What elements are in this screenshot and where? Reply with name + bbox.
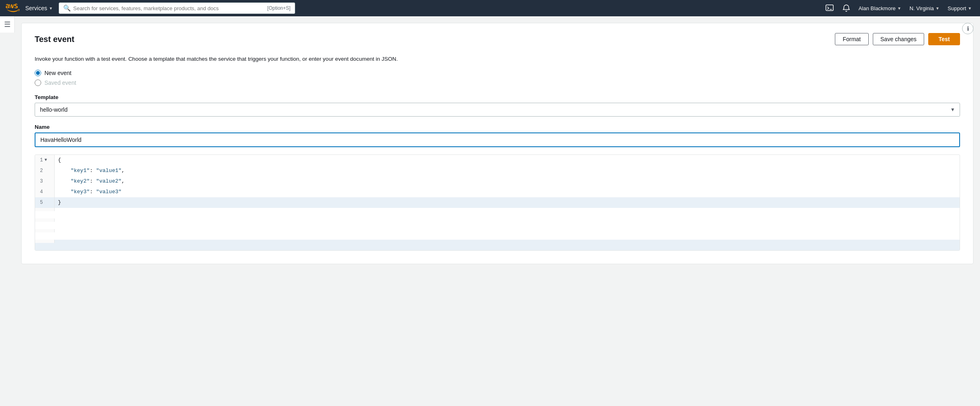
code-line-2: 2 "key1": "value1",: [35, 165, 960, 176]
user-chevron: ▼: [897, 6, 901, 11]
support-chevron: ▼: [968, 6, 972, 11]
line-number-empty: [35, 208, 55, 211]
region-menu[interactable]: N. Virginia ▼: [906, 0, 943, 16]
user-name: Alan Blackmore: [859, 5, 896, 11]
card-header: Test event Format Save changes Test: [35, 33, 960, 45]
support-label: Support: [948, 5, 967, 11]
new-event-radio[interactable]: [35, 70, 41, 76]
saved-event-radio[interactable]: [35, 79, 41, 86]
bell-button[interactable]: [839, 0, 854, 16]
line-number-4: 4: [35, 187, 55, 197]
search-icon: 🔍: [63, 4, 71, 12]
top-navigation: Services ▼ 🔍 [Option+S] Alan Blackmore ▼…: [0, 0, 980, 16]
services-label: Services: [25, 5, 47, 11]
info-icon[interactable]: ℹ: [962, 23, 973, 34]
description-text: Invoke your function with a test event. …: [35, 55, 960, 63]
code-content-4: "key3": "value3": [55, 187, 125, 197]
code-line-1: 1 ▼ {: [35, 155, 960, 165]
line-number-3: 3: [35, 176, 55, 187]
services-menu[interactable]: Services ▼: [23, 5, 55, 11]
page-title: Test event: [35, 35, 74, 44]
code-line-empty-1: [35, 208, 960, 218]
template-select-wrapper: hello-world ▼: [35, 103, 960, 117]
header-actions: Format Save changes Test: [835, 33, 960, 45]
name-label: Name: [35, 124, 960, 130]
code-content-3: "key2": "value2",: [55, 176, 128, 187]
code-line-empty-2: [35, 218, 960, 229]
global-search[interactable]: 🔍 [Option+S]: [59, 2, 295, 14]
save-changes-button[interactable]: Save changes: [873, 33, 925, 45]
aws-logo[interactable]: [5, 1, 20, 15]
code-line-4: 4 "key3": "value3": [35, 187, 960, 197]
code-editor[interactable]: 1 ▼ { 2 "key1": "value1", 3 "key2": "val…: [35, 154, 960, 251]
services-chevron: ▼: [49, 6, 53, 11]
test-button[interactable]: Test: [928, 33, 960, 45]
new-event-option[interactable]: New event: [35, 70, 960, 76]
search-input[interactable]: [73, 5, 265, 11]
code-content-5: }: [55, 197, 64, 208]
code-content-1: {: [55, 155, 64, 165]
support-menu[interactable]: Support ▼: [945, 0, 975, 16]
code-content-empty: [55, 208, 61, 211]
template-select[interactable]: hello-world: [35, 103, 960, 117]
code-line-empty-3: [35, 229, 960, 240]
code-content-2: "key1": "value1",: [55, 165, 128, 176]
main-content: Test event Format Save changes Test Invo…: [15, 23, 980, 406]
saved-event-option[interactable]: Saved event: [35, 79, 960, 86]
saved-event-label: Saved event: [44, 79, 76, 86]
user-menu[interactable]: Alan Blackmore ▼: [855, 0, 905, 16]
search-shortcut: [Option+S]: [267, 5, 291, 11]
line-number-2: 2: [35, 165, 55, 176]
sidebar-toggle[interactable]: ☰: [0, 16, 15, 33]
code-line-5: 5 }: [35, 197, 960, 208]
event-type-radio-group: New event Saved event: [35, 70, 960, 86]
hamburger-icon: ☰: [4, 20, 11, 29]
fold-arrow-1[interactable]: ▼: [44, 157, 47, 164]
region-chevron: ▼: [936, 6, 940, 11]
region-label: N. Virginia: [909, 5, 934, 11]
template-label: Template: [35, 94, 960, 100]
format-button[interactable]: Format: [835, 33, 868, 45]
line-number-1: 1 ▼: [35, 155, 55, 165]
nav-right-actions: Alan Blackmore ▼ N. Virginia ▼ Support ▼: [822, 0, 975, 16]
line-number-5: 5: [35, 197, 55, 208]
test-event-card: Test event Format Save changes Test Invo…: [21, 23, 973, 264]
code-line-3: 3 "key2": "value2",: [35, 176, 960, 187]
code-line-empty-4: [35, 240, 960, 250]
svg-rect-0: [826, 5, 833, 11]
new-event-label: New event: [44, 70, 71, 76]
name-input[interactable]: [35, 132, 960, 147]
terminal-button[interactable]: [822, 0, 837, 16]
